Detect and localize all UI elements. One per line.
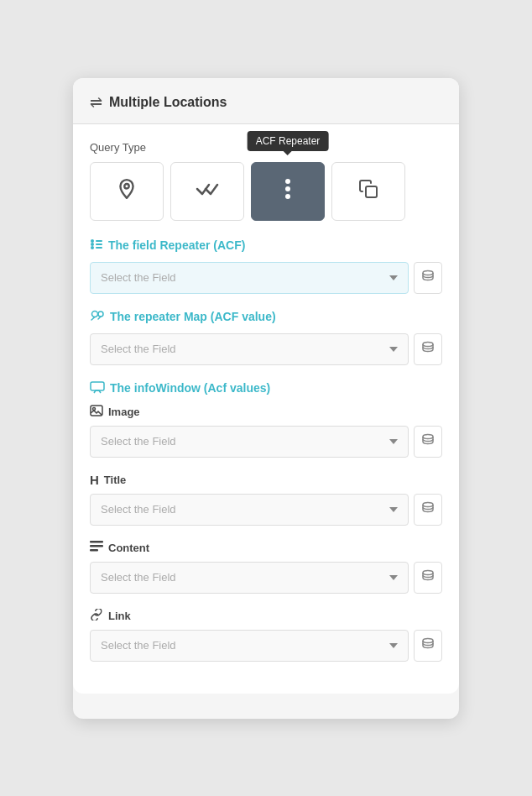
db-icon-4 (421, 501, 435, 518)
card-header: ⇌ Multiple Locations (73, 78, 459, 124)
repeater-field-section: The field Repeater (ACF) Select the Fiel… (90, 238, 442, 294)
svg-point-23 (423, 570, 433, 574)
svg-rect-9 (96, 244, 102, 245)
image-db-btn[interactable] (414, 426, 442, 458)
svg-point-17 (93, 407, 96, 410)
link-db-btn[interactable] (414, 630, 442, 662)
db-icon-6 (421, 637, 435, 654)
infowindow-section: The infoWindow (Acf values) Image Select… (90, 380, 442, 662)
link-field-row: Select the Field (90, 630, 442, 662)
svg-point-14 (423, 342, 433, 346)
svg-point-24 (423, 638, 433, 642)
query-btn-copy[interactable] (331, 162, 405, 221)
svg-rect-4 (366, 186, 377, 197)
content-icon (90, 541, 103, 555)
title-db-btn[interactable] (414, 494, 442, 526)
image-label: Image (90, 405, 442, 419)
svg-point-13 (98, 312, 103, 317)
svg-point-12 (92, 311, 98, 317)
repeater-field-icon (90, 238, 103, 254)
infowindow-icon (90, 380, 105, 396)
link-icon (90, 609, 103, 623)
svg-rect-21 (90, 545, 103, 547)
acf-repeater-tooltip: ACF Repeater (248, 131, 329, 151)
svg-rect-22 (90, 549, 98, 552)
svg-point-5 (91, 239, 94, 243)
check-icon (196, 180, 219, 203)
pin-icon (116, 178, 138, 205)
db-icon-2 (421, 341, 435, 358)
content-field-select[interactable]: Select the Field (90, 562, 409, 594)
svg-point-3 (285, 194, 290, 199)
repeater-map-select[interactable]: Select the Field (90, 333, 409, 365)
title-field-row: Select the Field (90, 494, 442, 526)
svg-rect-20 (90, 541, 103, 543)
db-icon (421, 270, 435, 286)
content-field-row: Select the Field (90, 562, 442, 594)
repeater-map-db-btn[interactable] (414, 333, 442, 365)
title-field-select[interactable]: Select the Field (90, 494, 409, 526)
card-title: Multiple Locations (109, 95, 227, 110)
svg-point-0 (124, 184, 128, 188)
title-icon: H (90, 473, 99, 487)
title-label: H Title (90, 473, 442, 487)
query-type-buttons: ACF Repeater (90, 162, 442, 221)
repeater-field-row: Select the Field (90, 262, 442, 294)
image-field-select[interactable]: Select the Field (90, 426, 409, 458)
image-icon (90, 405, 103, 419)
repeater-field-title: The field Repeater (ACF) (90, 238, 442, 254)
svg-point-11 (423, 270, 433, 275)
svg-point-7 (91, 246, 94, 249)
copy-icon (358, 179, 378, 204)
svg-point-18 (423, 434, 433, 438)
content-label: Content (90, 541, 442, 555)
svg-point-2 (285, 186, 290, 191)
query-btn-check[interactable] (170, 162, 244, 221)
db-icon-5 (421, 569, 435, 586)
link-field-select[interactable]: Select the Field (90, 630, 409, 662)
image-field-row: Select the Field (90, 426, 442, 458)
link-label: Link (90, 609, 442, 623)
query-btn-acf-repeater[interactable]: ACF Repeater (251, 162, 325, 221)
repeater-map-row: Select the Field (90, 333, 442, 365)
svg-rect-15 (91, 382, 104, 390)
svg-point-1 (285, 179, 290, 184)
dots-icon (284, 178, 291, 205)
svg-rect-10 (96, 247, 102, 249)
infowindow-title: The infoWindow (Acf values) (90, 380, 442, 396)
card: ⇌ Multiple Locations Query Type (73, 78, 459, 719)
repeater-field-db-btn[interactable] (414, 262, 442, 294)
query-btn-pin[interactable] (90, 162, 164, 221)
repeater-map-icon (90, 309, 105, 325)
repeater-field-select[interactable]: Select the Field (90, 262, 409, 294)
header-icon: ⇌ (90, 93, 102, 112)
svg-rect-8 (96, 240, 102, 242)
svg-point-6 (91, 243, 94, 246)
content-db-btn[interactable] (414, 562, 442, 594)
db-icon-3 (421, 433, 435, 450)
svg-point-19 (423, 502, 433, 506)
repeater-map-title: The repeater Map (ACF value) (90, 309, 442, 325)
repeater-map-section: The repeater Map (ACF value) Select the … (90, 309, 442, 365)
card-body: Query Type (73, 124, 459, 694)
